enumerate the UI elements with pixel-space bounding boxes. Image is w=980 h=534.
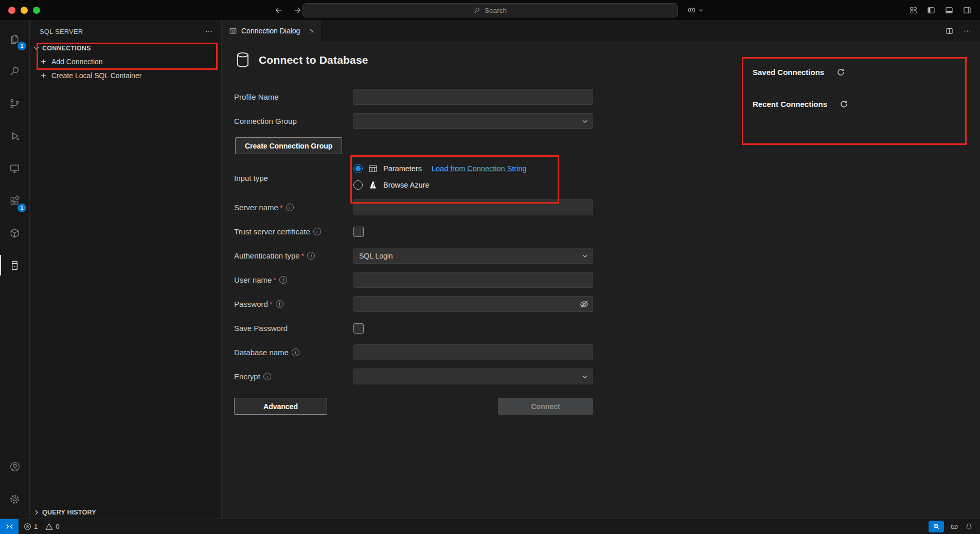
customize-layout-icon[interactable] — [909, 6, 918, 14]
explorer-badge: 1 — [17, 42, 26, 50]
refresh-icon[interactable] — [840, 100, 848, 108]
parameters-table-icon — [368, 164, 378, 173]
more-actions-icon[interactable] — [963, 27, 972, 35]
authentication-type-select[interactable]: SQL Login — [353, 248, 593, 264]
browse-azure-radio-label[interactable]: Browse Azure — [383, 181, 429, 189]
connect-button[interactable]: Connect — [498, 398, 593, 415]
remote-indicator[interactable] — [0, 519, 19, 534]
server-name-label: Server name* i — [234, 203, 353, 212]
back-arrow-icon[interactable] — [274, 6, 283, 15]
activity-item-explorer[interactable]: 1 — [0, 26, 29, 51]
connection-dialog-webview: Connect to Database Profile Name Connect… — [222, 41, 739, 519]
tree-item-create-local-sql-container[interactable]: + Create Local SQL Container — [30, 68, 221, 82]
info-icon[interactable]: i — [307, 252, 315, 260]
copilot-menu-button[interactable] — [687, 0, 704, 20]
save-password-checkbox[interactable] — [353, 323, 364, 334]
warning-icon — [45, 523, 53, 530]
tab-bar: Connection Dialog — [222, 21, 980, 41]
activity-item-source-control[interactable] — [0, 90, 29, 116]
save-password-label: Save Password — [234, 324, 353, 333]
activity-bar: 1 1 — [0, 21, 30, 519]
activity-item-extensions[interactable]: 1 — [0, 188, 29, 213]
parameters-radio[interactable] — [353, 164, 363, 173]
password-input[interactable] — [353, 296, 593, 312]
error-icon — [24, 523, 31, 530]
command-center-search[interactable]: Search — [302, 3, 678, 17]
connection-group-label: Connection Group — [234, 117, 353, 125]
eye-off-icon[interactable] — [579, 299, 589, 309]
user-name-label: User name* i — [234, 275, 353, 284]
zoom-window-button[interactable] — [33, 7, 40, 14]
load-from-connection-string-link[interactable]: Load from Connection String — [432, 164, 527, 173]
plus-icon: + — [40, 57, 47, 66]
warning-count: 0 — [56, 523, 59, 530]
search-label: Search — [485, 7, 507, 14]
required-marker: * — [280, 203, 283, 212]
page-title: Connect to Database — [259, 54, 368, 66]
activity-item-remote-explorer[interactable] — [0, 155, 29, 181]
connection-group-select[interactable] — [353, 113, 593, 129]
info-icon[interactable]: i — [313, 228, 321, 235]
chevron-right-icon — [32, 508, 41, 517]
sql-server-icon — [9, 260, 21, 271]
copilot-icon — [687, 5, 697, 15]
more-actions-icon[interactable] — [205, 27, 213, 35]
forward-arrow-icon[interactable] — [293, 6, 302, 15]
advanced-button[interactable]: Advanced — [234, 398, 327, 415]
info-icon[interactable]: i — [263, 373, 271, 380]
database-name-input[interactable] — [353, 344, 593, 360]
run-debug-icon — [9, 130, 21, 142]
database-icon — [235, 51, 251, 68]
extensions-badge: 1 — [17, 204, 26, 212]
activity-item-accounts[interactable] — [0, 454, 29, 480]
required-marker: * — [301, 251, 305, 260]
browse-azure-radio[interactable] — [353, 180, 363, 190]
parameters-radio-label[interactable]: Parameters — [383, 164, 422, 173]
activity-item-search[interactable] — [0, 58, 29, 84]
tab-label: Connection Dialog — [241, 27, 300, 35]
activity-item-run-debug[interactable] — [0, 123, 29, 149]
create-connection-group-button[interactable]: Create Connection Group — [235, 137, 342, 154]
required-marker: * — [270, 300, 273, 308]
bell-icon[interactable] — [965, 522, 973, 531]
zoom-status-button[interactable] — [929, 521, 944, 532]
toggle-panel-icon[interactable] — [945, 6, 954, 15]
copilot-icon[interactable] — [950, 522, 959, 531]
toggle-secondary-sidebar-icon[interactable] — [963, 6, 972, 15]
encrypt-select[interactable] — [353, 369, 593, 384]
tree-item-add-connection[interactable]: + Add Connection — [30, 54, 221, 68]
section-header-connections[interactable]: CONNECTIONS — [30, 42, 221, 54]
password-label: Password* i — [234, 300, 353, 308]
info-icon[interactable]: i — [276, 300, 283, 308]
trust-server-certificate-checkbox[interactable] — [353, 227, 364, 237]
zoom-in-icon — [933, 523, 940, 530]
input-type-radio-group: Parameters Load from Connection String B… — [353, 162, 593, 191]
search-icon — [473, 7, 480, 14]
activity-item-settings[interactable] — [0, 486, 29, 512]
close-window-button[interactable] — [8, 7, 15, 14]
tab-connection-dialog[interactable]: Connection Dialog — [222, 21, 321, 41]
minimize-window-button[interactable] — [21, 7, 28, 14]
azure-icon — [368, 180, 378, 190]
plus-icon: + — [40, 71, 47, 80]
activity-item-containers[interactable] — [0, 220, 29, 246]
activity-item-sql-server[interactable] — [0, 252, 29, 278]
server-name-input[interactable] — [353, 199, 593, 215]
user-name-input[interactable] — [353, 272, 593, 288]
split-editor-icon[interactable] — [945, 27, 954, 35]
close-icon[interactable] — [308, 27, 315, 34]
editor-group: Connection Dialog — [222, 21, 980, 519]
problems-indicator[interactable]: 1 0 — [24, 523, 59, 530]
info-icon[interactable]: i — [286, 204, 294, 211]
refresh-icon[interactable] — [836, 68, 845, 77]
remote-explorer-icon — [9, 162, 21, 174]
connection-form: Profile Name Connection Group — [234, 89, 739, 415]
profile-name-input[interactable] — [353, 89, 593, 105]
connections-side-panel: Saved Connections Recent Connections — [739, 41, 980, 519]
database-name-label: Database name i — [234, 348, 353, 357]
saved-connections-header: Saved Connections — [753, 68, 824, 77]
info-icon[interactable]: i — [292, 348, 299, 356]
toggle-primary-sidebar-icon[interactable] — [926, 6, 936, 15]
section-header-query-history[interactable]: QUERY HISTORY — [30, 506, 221, 519]
info-icon[interactable]: i — [279, 276, 287, 284]
